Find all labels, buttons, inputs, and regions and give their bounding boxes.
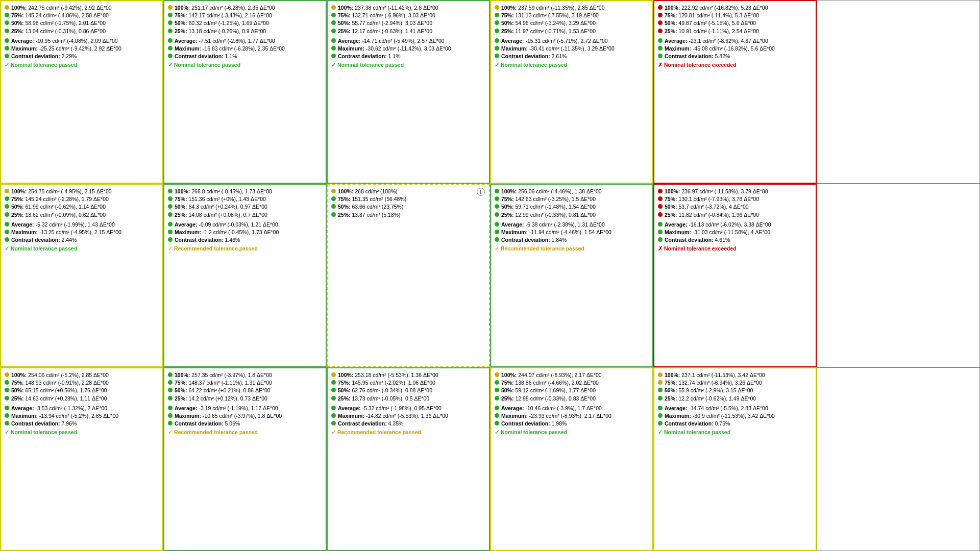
status-dot bbox=[495, 372, 499, 377]
stat-dot bbox=[495, 46, 499, 51]
measurement-line: 100%: 251.17 cd/m² (-6.28%), 2.35 ΔE*00 bbox=[168, 4, 322, 11]
measurement-line: 25%: 14.63 cd/m² (+0.28%), 1.11 ΔE*00 bbox=[5, 395, 159, 402]
status-dot bbox=[658, 380, 663, 385]
status-dot bbox=[168, 388, 173, 392]
measurement-line: 100%: 242.75 cd/m² (-9.42%), 2.92 ΔE*00 bbox=[5, 4, 159, 11]
cell-r0c2: 100%: 237.38 cd/m² (-11.42%), 2.8 ΔE*007… bbox=[327, 0, 490, 184]
status-line: ✓ Nominal tolerance passed bbox=[331, 62, 485, 68]
stat-dot bbox=[5, 406, 9, 410]
status-dot bbox=[168, 372, 173, 377]
stat-line: Contrast deviation: 1.84% bbox=[495, 236, 649, 243]
cell-r1c3: 100%: 256.06 cd/m² (-4.46%), 1.38 ΔE*007… bbox=[490, 184, 653, 367]
measurement-line: 100%: 256.06 cd/m² (-4.46%), 1.38 ΔE*00 bbox=[495, 188, 649, 195]
status-dot bbox=[168, 189, 173, 193]
status-dot bbox=[331, 396, 336, 400]
status-dot bbox=[5, 20, 9, 25]
info-icon[interactable]: ℹ bbox=[477, 188, 485, 196]
stat-line: Maximum: -31.03 cd/m² (-11.58%), 4 ΔE*00 bbox=[658, 229, 812, 236]
stat-line: Contrast deviation: 2.44% bbox=[5, 236, 159, 243]
cell-r0c3: 100%: 237.59 cd/m² (-11.35%), 2.85 ΔE*00… bbox=[490, 0, 653, 184]
stat-line: Contrast deviation: 1.46% bbox=[168, 236, 322, 243]
measurement-line: 50%: 53.7 cd/m² (-3.72%), 4 ΔE*00 bbox=[658, 203, 812, 210]
status-dot bbox=[658, 204, 663, 209]
status-dot bbox=[5, 212, 9, 217]
stat-dot bbox=[331, 421, 336, 425]
status-dot bbox=[331, 196, 336, 201]
status-dot bbox=[331, 29, 336, 33]
measurement-line: 50%: 64.3 cd/m² (+0.24%), 0.97 ΔE*00 bbox=[168, 203, 322, 210]
status-line: ✓ Nominal tolerance passed bbox=[495, 62, 649, 68]
status-dot bbox=[5, 204, 9, 209]
cell-r0c0: 100%: 242.75 cd/m² (-9.42%), 2.92 ΔE*007… bbox=[0, 0, 163, 184]
stat-dot bbox=[495, 237, 499, 242]
measurement-line: 100%: 254.06 cd/m² (-5.2%), 2.85 ΔE*00 bbox=[5, 371, 159, 379]
status-dot bbox=[5, 380, 9, 385]
main-grid: 100%: 242.75 cd/m² (-9.42%), 2.92 ΔE*007… bbox=[0, 0, 980, 551]
stat-dot bbox=[658, 230, 663, 234]
stat-dot bbox=[168, 230, 173, 234]
stat-line: Maximum: -1.2 cd/m² (-0.45%), 1.73 ΔE*00 bbox=[168, 229, 322, 236]
status-text: ✓ Nominal tolerance passed bbox=[495, 62, 567, 68]
measurement-line: 100%: 257.35 cd/m² (-3.97%), 1.8 ΔE*00 bbox=[168, 371, 322, 379]
stat-line: Average: -3.19 cd/m² (-1.19%), 1.17 ΔE*0… bbox=[168, 405, 322, 412]
status-dot bbox=[658, 13, 663, 17]
stat-dot bbox=[168, 413, 173, 418]
status-dot bbox=[331, 372, 336, 377]
measurement-line: 75%: 120.81 cd/m² (-11.4%), 5.3 ΔE*00 bbox=[658, 12, 812, 19]
measurement-line: 100%: 237.59 cd/m² (-11.35%), 2.85 ΔE*00 bbox=[495, 4, 649, 11]
measurement-line: 50%: 59.71 cd/m² (-1.48%), 1.54 ΔE*00 bbox=[495, 203, 649, 210]
status-dot bbox=[495, 196, 499, 201]
stat-dot bbox=[331, 38, 336, 43]
stat-line: Contrast deviation: 1.98% bbox=[495, 420, 649, 427]
status-line: ✓ Recommended tolerance passed bbox=[495, 245, 649, 252]
cell-r2c2: 100%: 253.18 cd/m² (-5.53%), 1.36 ΔE*007… bbox=[327, 367, 490, 551]
status-dot bbox=[168, 196, 173, 201]
empty-cell bbox=[817, 367, 980, 551]
measurement-line: 75%: 132.71 cd/m² (-6.96%), 3.03 ΔE*00 bbox=[331, 12, 485, 19]
stat-line: Average: -14.74 cd/m² (-5.5%), 2.83 ΔE*0… bbox=[658, 405, 812, 412]
stat-dot bbox=[658, 46, 663, 51]
status-text: ✓ Nominal tolerance passed bbox=[5, 429, 77, 435]
status-dot bbox=[495, 13, 499, 17]
measurement-line: 75%: 131.13 cd/m² (-7.55%), 3.19 ΔE*00 bbox=[495, 12, 649, 19]
stat-line: Average: -3.53 cd/m² (-1.32%), 2 ΔE*00 bbox=[5, 405, 159, 412]
stat-line: Contrast deviation: 2.29% bbox=[5, 53, 159, 60]
status-text: ✓ Nominal tolerance passed bbox=[5, 245, 77, 252]
status-line: ✓ Recommended tolerance passed bbox=[168, 245, 322, 252]
status-dot bbox=[331, 13, 336, 17]
empty-cell bbox=[817, 184, 980, 367]
empty-cell bbox=[817, 0, 980, 184]
stat-line: Maximum: -14.82 cd/m² (-5.53%), 1.36 ΔE*… bbox=[331, 412, 485, 419]
measurement-line: 50%: 55.77 cd/m² (-2.94%), 3.03 ΔE*00 bbox=[331, 19, 485, 27]
stat-line: Maximum: -11.94 cd/m² (-4.46%), 1.54 ΔE*… bbox=[495, 229, 649, 236]
stat-dot bbox=[658, 237, 663, 242]
measurement-line: 75%: 138.86 cd/m² (-4.66%), 2.02 ΔE*00 bbox=[495, 379, 649, 386]
status-dot bbox=[331, 212, 336, 217]
stat-line: Maximum: -30.9 cd/m² (-11.53%), 3.42 ΔE*… bbox=[658, 412, 812, 419]
measurement-line: 25%: 11.97 cd/m² (-0.71%), 1.53 ΔE*00 bbox=[495, 28, 649, 35]
status-text: ✓ Nominal tolerance passed bbox=[658, 429, 730, 435]
measurement-line: 75%: 145.24 cd/m² (-2.28%), 1.79 ΔE*00 bbox=[5, 195, 159, 203]
stat-dot bbox=[331, 46, 336, 51]
status-dot bbox=[168, 380, 173, 385]
stat-line: Maximum: -13.25 cd/m² (-4.95%), 2.15 ΔE*… bbox=[5, 229, 159, 236]
status-line: ✓ Nominal tolerance passed bbox=[168, 62, 322, 68]
measurement-line: 75%: 145.24 cd/m² (-4.86%), 2.58 ΔE*00 bbox=[5, 12, 159, 19]
stat-line: Contrast deviation: 1.1% bbox=[168, 53, 322, 60]
cell-r1c0: 100%: 254.75 cd/m² (-4.95%), 2.15 ΔE*007… bbox=[0, 184, 163, 367]
stat-line: Average: -0.09 cd/m² (-0.03%), 1.21 ΔE*0… bbox=[168, 221, 322, 228]
status-dot bbox=[331, 20, 336, 25]
measurement-line: 50%: 61.99 cd/m² (-0.62%), 1.14 ΔE*00 bbox=[5, 203, 159, 210]
status-dot bbox=[331, 204, 336, 209]
status-dot bbox=[331, 5, 336, 10]
measurement-line: 75%: 142.17 cd/m² (-3.43%), 2.16 ΔE*00 bbox=[168, 12, 322, 19]
stat-line: Average: -14.71 cd/m² (-5.49%), 2.57 ΔE*… bbox=[331, 37, 485, 44]
measurement-line: 75%: 145.95 cd/m² (-2.02%), 1.06 ΔE*00 bbox=[331, 379, 485, 386]
measurement-line: 25%: 13.18 cd/m² (-0.26%), 0.9 ΔE*00 bbox=[168, 28, 322, 35]
stat-line: Average: -15.31 cd/m² (-5.71%), 2.72 ΔE*… bbox=[495, 37, 649, 44]
stat-dot bbox=[658, 413, 663, 418]
status-dot bbox=[5, 388, 9, 392]
stat-dot bbox=[5, 38, 9, 43]
stat-line: Maximum: -23.93 cd/m² (-8.93%), 2.17 ΔE*… bbox=[495, 412, 649, 419]
status-text: ✓ Nominal tolerance passed bbox=[495, 429, 567, 435]
